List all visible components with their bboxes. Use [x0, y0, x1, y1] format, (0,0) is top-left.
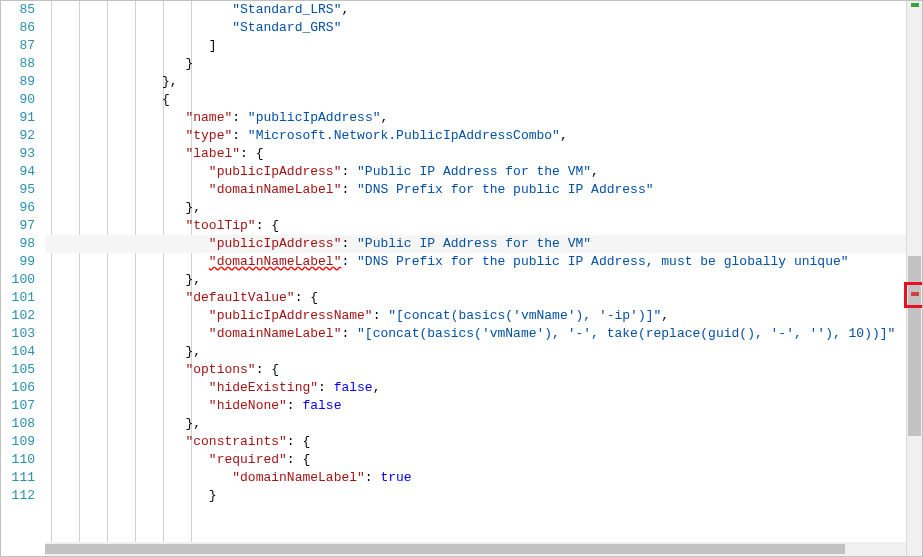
line-number: 108 — [1, 415, 37, 433]
line-number: 110 — [1, 451, 37, 469]
token-punc: : — [373, 308, 389, 323]
line-number: 98 — [1, 235, 37, 253]
token-punc: : { — [256, 218, 279, 233]
token-punc: : — [232, 110, 248, 125]
code-line[interactable]: "domainNameLabel": "[concat(basics('vmNa… — [45, 325, 922, 343]
token-key: "options" — [185, 362, 255, 377]
code-line[interactable]: "label": { — [45, 145, 922, 163]
code-line[interactable]: "domainNameLabel": "DNS Prefix for the p… — [45, 253, 922, 271]
token-punc: }, — [185, 344, 201, 359]
token-key: "publicIpAddress" — [209, 164, 342, 179]
code-line[interactable]: "toolTip": { — [45, 217, 922, 235]
token-bool: false — [302, 398, 341, 413]
code-editor[interactable]: 8586878889909192939495969798991001011021… — [1, 1, 922, 556]
code-line[interactable]: "hideExisting": false, — [45, 379, 922, 397]
token-punc: : — [341, 182, 357, 197]
overview-ruler[interactable] — [906, 1, 922, 556]
code-line[interactable]: ] — [45, 37, 922, 55]
token-punc: }, — [162, 74, 178, 89]
line-number: 90 — [1, 91, 37, 109]
code-line[interactable]: "publicIpAddressName": "[concat(basics('… — [45, 307, 922, 325]
line-number: 111 — [1, 469, 37, 487]
code-line[interactable]: "name": "publicIpAddress", — [45, 109, 922, 127]
token-str: "[concat(basics('vmName'), '-', take(rep… — [357, 326, 895, 341]
code-line[interactable]: "domainNameLabel": "DNS Prefix for the p… — [45, 181, 922, 199]
code-area[interactable]: "Standard_LRS", "Standard_GRS" ] } }, { … — [45, 1, 922, 556]
token-str: "publicIpAddress" — [248, 110, 381, 125]
token-punc: : — [318, 380, 334, 395]
code-line[interactable]: "required": { — [45, 451, 922, 469]
code-line[interactable]: } — [45, 55, 922, 73]
line-number: 104 — [1, 343, 37, 361]
code-line[interactable]: }, — [45, 343, 922, 361]
token-str: "DNS Prefix for the public IP Address" — [357, 182, 653, 197]
line-number: 99 — [1, 253, 37, 271]
token-str: "Standard_GRS" — [232, 20, 341, 35]
code-line[interactable]: { — [45, 91, 922, 109]
code-line[interactable]: }, — [45, 415, 922, 433]
code-line[interactable]: "constraints": { — [45, 433, 922, 451]
line-number: 97 — [1, 217, 37, 235]
token-key: "hideExisting" — [209, 380, 318, 395]
code-line[interactable]: "Standard_GRS" — [45, 19, 922, 37]
code-line[interactable]: }, — [45, 73, 922, 91]
code-line[interactable]: }, — [45, 271, 922, 289]
line-number: 103 — [1, 325, 37, 343]
code-line[interactable]: "domainNameLabel": true — [45, 469, 922, 487]
token-key: "domainNameLabel" — [209, 182, 342, 197]
code-line[interactable]: "type": "Microsoft.Network.PublicIpAddre… — [45, 127, 922, 145]
token-str: "DNS Prefix for the public IP Address, m… — [357, 254, 848, 269]
token-punc: }, — [185, 200, 201, 215]
token-key: "type" — [185, 128, 232, 143]
token-key: "publicIpAddressName" — [209, 308, 373, 323]
line-number: 92 — [1, 127, 37, 145]
code-line[interactable]: "options": { — [45, 361, 922, 379]
token-punc: }, — [185, 272, 201, 287]
line-number: 87 — [1, 37, 37, 55]
token-key: "constraints" — [185, 434, 286, 449]
overview-mark-error — [911, 292, 919, 296]
token-punc: : — [341, 236, 357, 251]
line-number: 94 — [1, 163, 37, 181]
code-line[interactable]: "publicIpAddress": "Public IP Address fo… — [45, 235, 922, 253]
code-lines[interactable]: "Standard_LRS", "Standard_GRS" ] } }, { … — [45, 1, 922, 505]
line-number: 93 — [1, 145, 37, 163]
token-punc: : — [341, 164, 357, 179]
line-number: 107 — [1, 397, 37, 415]
code-line[interactable]: "hideNone": false — [45, 397, 922, 415]
overview-mark-ok — [911, 3, 919, 7]
token-punc: , — [341, 2, 349, 17]
line-number: 91 — [1, 109, 37, 127]
line-number: 89 — [1, 73, 37, 91]
token-punc: : — [287, 398, 303, 413]
line-number: 101 — [1, 289, 37, 307]
token-punc: : { — [256, 362, 279, 377]
token-punc: { — [162, 92, 170, 107]
token-bool: true — [380, 470, 411, 485]
code-line[interactable]: }, — [45, 199, 922, 217]
line-number: 105 — [1, 361, 37, 379]
token-key: "defaultValue" — [185, 290, 294, 305]
token-punc: } — [209, 488, 217, 503]
token-key: "publicIpAddress" — [209, 236, 342, 251]
line-number: 100 — [1, 271, 37, 289]
token-punc: : { — [240, 146, 263, 161]
line-number: 96 — [1, 199, 37, 217]
token-punc: , — [560, 128, 568, 143]
code-line[interactable]: "publicIpAddress": "Public IP Address fo… — [45, 163, 922, 181]
token-punc: : { — [295, 290, 318, 305]
line-number: 85 — [1, 1, 37, 19]
token-str: "Public IP Address for the VM" — [357, 164, 591, 179]
code-line[interactable]: "defaultValue": { — [45, 289, 922, 307]
line-number: 86 — [1, 19, 37, 37]
token-key: "required" — [209, 452, 287, 467]
horizontal-scrollbar-thumb[interactable] — [45, 544, 845, 554]
code-line[interactable]: "Standard_LRS", — [45, 1, 922, 19]
token-key: "domainNameLabel" — [209, 254, 342, 269]
overview-scrollbar-thumb[interactable] — [908, 256, 921, 436]
token-punc: , — [373, 380, 381, 395]
token-punc: , — [380, 110, 388, 125]
horizontal-scrollbar[interactable] — [45, 542, 906, 556]
code-line[interactable]: } — [45, 487, 922, 505]
token-punc: : { — [287, 434, 310, 449]
